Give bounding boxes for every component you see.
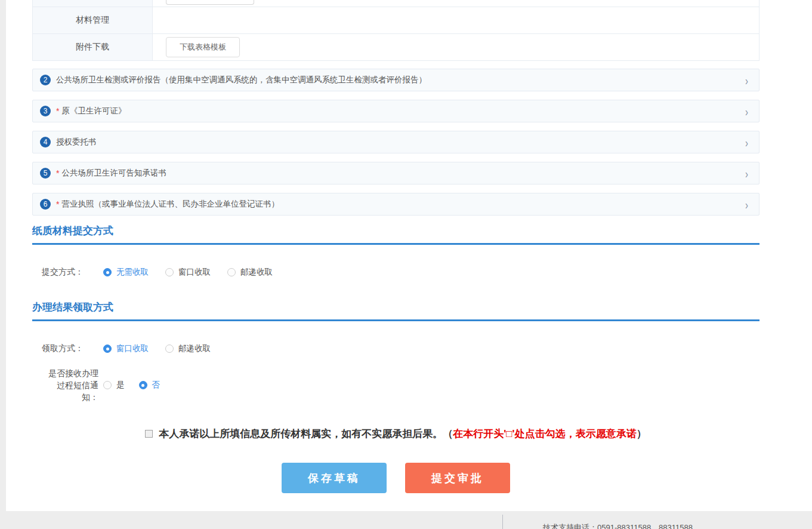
paper-submit-section-title: 纸质材料提交方式 [32,224,759,245]
accordion-item-4[interactable]: 4 授权委托书 › [32,131,759,153]
item-number-badge: 5 [40,168,51,179]
table-row-partial [33,0,759,7]
required-asterisk: * [56,199,59,209]
chevron-right-icon: › [745,104,748,118]
item-number-badge: 4 [40,137,51,147]
commitment-row: 本人承诺以上所填信息及所传材料属实，如有不实愿承担后果。（ 在本行开头'□'处点… [32,427,759,441]
receive-method-label: 领取方式： [42,343,103,354]
accordion-item-3[interactable]: 3 * 原《卫生许可证》 › [32,100,759,122]
radio-option-no-collect[interactable]: 无需收取 [103,267,149,278]
radio-option-yes[interactable]: 是 [103,380,125,390]
commitment-text-close: ） [637,427,647,441]
sms-notify-label: 是否接收办理 过程短信通 知： [42,367,103,403]
result-receive-section-title: 办理结果领取方式 [32,300,759,321]
materials-table: 材料管理 附件下载 下载表格模板 [32,0,759,61]
item-number-badge: 6 [40,199,51,210]
material-manage-label: 材料管理 [33,7,153,33]
material-manage-value [153,7,759,33]
material-accordion: 2 公共场所卫生检测或评价报告（使用集中空调通风系统的，含集中空调通风系统卫生检… [32,69,759,216]
sms-notify-row: 是否接收办理 过程短信通 知： 是 否 [32,367,759,403]
radio-selected-icon [103,268,112,276]
cutoff-input[interactable] [166,0,254,5]
save-draft-button[interactable]: 保存草稿 [282,463,387,493]
radio-unselected-icon [103,381,112,389]
required-asterisk: * [56,168,59,178]
support-phone-text: 技术支持电话：0591-88311588、88311588 [543,522,693,529]
submit-method-label: 提交方式： [42,267,103,278]
accordion-item-label: 营业执照（或事业单位法人证书、民办非企业单位登记证书） [61,199,279,210]
sms-notify-radio-group: 是 否 [103,380,177,390]
radio-selected-icon [139,381,147,389]
attachment-download-value: 下载表格模板 [153,34,759,60]
radio-unselected-icon [227,268,236,276]
action-buttons-row: 保存草稿 提交审批 [32,463,759,493]
accordion-item-label: 原《卫生许可证》 [61,106,126,116]
table-label-cell [33,0,153,7]
page-footer: 技术支持电话：0591-88311588、88311588 [0,511,812,529]
accordion-item-6[interactable]: 6 * 营业执照（或事业单位法人证书、民办非企业单位登记证书） › [32,193,759,216]
table-row: 材料管理 [33,7,759,34]
radio-option-no[interactable]: 否 [139,380,160,390]
accordion-item-2[interactable]: 2 公共场所卫生检测或评价报告（使用集中空调通风系统的，含集中空调通风系统卫生检… [32,69,759,91]
submit-method-radio-group: 无需收取 窗口收取 邮递收取 [103,267,289,278]
radio-option-window-receive[interactable]: 窗口收取 [103,343,149,354]
submit-approval-button[interactable]: 提交审批 [405,463,510,493]
chevron-right-icon: › [745,73,748,87]
accordion-item-label: 公共场所卫生检测或评价报告（使用集中空调通风系统的，含集中空调通风系统卫生检测或… [56,75,427,85]
receive-method-row: 领取方式： 窗口收取 邮递收取 [32,343,759,354]
radio-option-window-collect[interactable]: 窗口收取 [165,267,211,278]
chevron-right-icon: › [745,167,748,180]
accordion-item-label: 授权委托书 [56,137,97,147]
submit-method-row: 提交方式： 无需收取 窗口收取 邮递收取 [32,267,759,278]
attachment-download-label: 附件下载 [33,34,153,60]
radio-option-mail-receive[interactable]: 邮递收取 [165,343,211,354]
item-number-badge: 2 [40,75,51,85]
main-panel: 材料管理 附件下载 下载表格模板 2 公共场所卫生检测或评价报告（使用集中空调通… [6,0,812,511]
radio-unselected-icon [165,345,174,353]
download-template-button[interactable]: 下载表格模板 [166,37,240,57]
accordion-item-label: 公共场所卫生许可告知承诺书 [61,168,166,179]
item-number-badge: 3 [40,106,51,116]
radio-unselected-icon [165,268,174,276]
chevron-right-icon: › [745,136,748,149]
table-row: 附件下载 下载表格模板 [33,34,759,61]
footer-divider [502,515,503,529]
table-value-cell [153,0,759,7]
chevron-right-icon: › [745,198,748,211]
radio-selected-icon [103,345,112,353]
radio-option-mail-collect[interactable]: 邮递收取 [227,267,273,278]
accordion-item-5[interactable]: 5 * 公共场所卫生许可告知承诺书 › [32,162,759,184]
receive-method-radio-group: 窗口收取 邮递收取 [103,343,227,354]
required-asterisk: * [56,106,59,116]
commitment-warning-text: 在本行开头'□'处点击勾选，表示愿意承诺 [453,427,636,441]
commitment-checkbox[interactable] [145,430,153,438]
commitment-text: 本人承诺以上所填信息及所传材料属实，如有不实愿承担后果。（ [159,427,453,441]
